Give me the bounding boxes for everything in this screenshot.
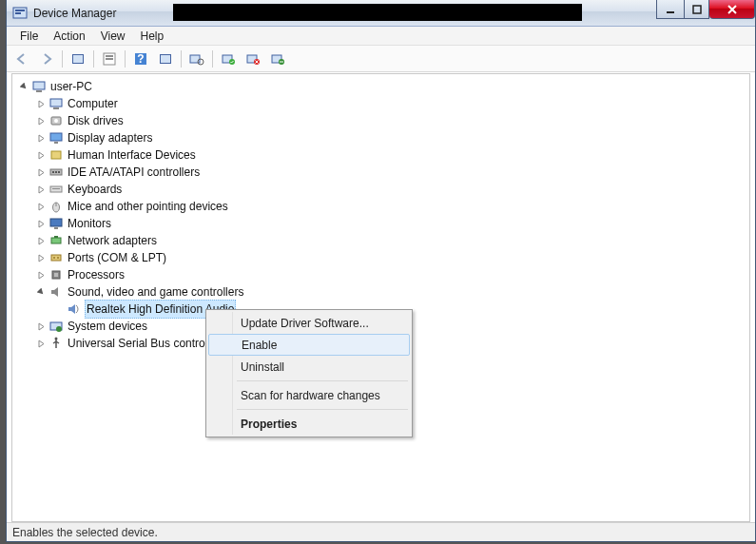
context-uninstall[interactable]: Uninstall xyxy=(208,356,410,378)
tree-category-sound[interactable]: Sound, video and game controllers xyxy=(35,283,749,301)
app-icon xyxy=(12,6,28,21)
tree-category[interactable]: Mice and other pointing devices xyxy=(35,198,749,215)
spacer xyxy=(52,303,64,315)
tree-item-label: Sound, video and game controllers xyxy=(68,283,243,301)
tree-item-label: Monitors xyxy=(68,215,111,232)
menu-help[interactable]: Help xyxy=(133,28,172,45)
tree-item-label: Mice and other pointing devices xyxy=(68,198,228,215)
svg-rect-38 xyxy=(54,236,58,238)
tree-category[interactable]: Monitors xyxy=(35,215,749,232)
action-button[interactable] xyxy=(154,49,177,69)
disable-button[interactable] xyxy=(242,49,264,69)
svg-rect-43 xyxy=(54,273,58,277)
keyboard-icon xyxy=(48,182,64,197)
menu-view[interactable]: View xyxy=(93,28,133,45)
svg-rect-30 xyxy=(58,171,60,173)
svg-rect-20 xyxy=(50,99,62,107)
svg-rect-35 xyxy=(50,219,62,226)
svg-rect-7 xyxy=(106,58,113,60)
enable-button[interactable] xyxy=(217,49,240,69)
collapse-arrow-icon[interactable] xyxy=(35,286,47,298)
context-update-driver[interactable]: Update Driver Software... xyxy=(208,312,410,334)
hid-icon xyxy=(48,147,64,163)
context-separator xyxy=(237,380,408,381)
mouse-icon xyxy=(48,199,64,214)
tree-category[interactable]: Computer xyxy=(35,95,749,112)
tree-root-label: user-PC xyxy=(50,78,92,95)
svg-rect-37 xyxy=(51,238,61,243)
svg-rect-2 xyxy=(15,12,21,14)
maximize-button[interactable] xyxy=(685,0,709,19)
svg-rect-3 xyxy=(667,11,674,13)
expand-arrow-icon[interactable] xyxy=(35,338,47,349)
tree-root[interactable]: user-PC xyxy=(18,78,749,95)
properties-button[interactable] xyxy=(98,49,121,69)
show-hide-console-tree-button[interactable] xyxy=(67,49,89,69)
scan-hardware-button[interactable] xyxy=(185,49,208,69)
expand-arrow-icon[interactable] xyxy=(35,201,47,212)
svg-rect-28 xyxy=(52,171,54,173)
window-title: Device Manager xyxy=(33,7,116,20)
collapse-arrow-icon[interactable] xyxy=(18,81,29,92)
svg-rect-19 xyxy=(36,90,42,92)
close-button[interactable] xyxy=(709,0,755,19)
uninstall-button[interactable] xyxy=(266,49,289,69)
svg-point-46 xyxy=(55,338,58,340)
sound-icon xyxy=(48,284,64,300)
svg-point-45 xyxy=(56,326,62,332)
menu-bar: File Action View Help xyxy=(7,27,755,46)
tree-category[interactable]: Display adapters xyxy=(35,129,749,146)
context-enable[interactable]: Enable xyxy=(208,334,410,356)
expand-arrow-icon[interactable] xyxy=(35,321,47,332)
forward-button[interactable] xyxy=(35,49,58,69)
system-icon xyxy=(48,319,64,334)
expand-arrow-icon[interactable] xyxy=(35,115,47,126)
context-properties[interactable]: Properties xyxy=(208,413,410,435)
expand-arrow-icon[interactable] xyxy=(35,166,47,178)
tree-category[interactable]: Keyboards xyxy=(35,181,749,198)
menu-file[interactable]: File xyxy=(12,28,46,45)
expand-arrow-icon[interactable] xyxy=(35,98,47,109)
tree-category[interactable]: Human Interface Devices xyxy=(35,146,749,164)
expand-arrow-icon[interactable] xyxy=(35,149,47,161)
tree-item-label: Human Interface Devices xyxy=(68,146,196,164)
svg-point-23 xyxy=(54,119,58,123)
menu-action[interactable]: Action xyxy=(46,28,92,45)
tree-item-label: Keyboards xyxy=(68,181,122,198)
svg-rect-26 xyxy=(51,151,61,159)
tree-category[interactable]: IDE ATA/ATAPI controllers xyxy=(35,164,749,181)
sound-device-icon xyxy=(66,301,81,317)
minimize-button[interactable] xyxy=(656,0,685,19)
tree-category[interactable]: Disk drives xyxy=(35,112,749,129)
cpu-icon xyxy=(48,267,64,282)
help-button[interactable]: ? xyxy=(129,49,152,69)
expand-arrow-icon[interactable] xyxy=(35,132,47,144)
computer-icon xyxy=(48,96,64,111)
status-bar: Enables the selected device. xyxy=(7,522,755,541)
expand-arrow-icon[interactable] xyxy=(35,252,47,263)
svg-rect-39 xyxy=(51,255,61,261)
ide-icon xyxy=(48,165,64,180)
svg-rect-6 xyxy=(106,55,113,57)
redacted-area xyxy=(173,4,582,21)
tree-item-label: Network adapters xyxy=(68,232,157,249)
svg-rect-24 xyxy=(50,133,62,141)
tree-category[interactable]: Network adapters xyxy=(35,232,749,249)
tree-category[interactable]: Processors xyxy=(35,266,749,283)
svg-rect-36 xyxy=(54,227,58,229)
expand-arrow-icon[interactable] xyxy=(35,184,47,195)
back-button[interactable] xyxy=(10,49,33,69)
tree-item-label: System devices xyxy=(68,318,147,335)
expand-arrow-icon[interactable] xyxy=(35,235,47,246)
expand-arrow-icon[interactable] xyxy=(35,218,47,229)
tree-item-label: Universal Serial Bus controllers xyxy=(68,335,226,352)
port-icon xyxy=(48,250,64,265)
svg-rect-18 xyxy=(33,82,45,89)
context-menu: Update Driver Software... Enable Uninsta… xyxy=(205,309,413,437)
tree-item-label: Computer xyxy=(68,95,118,112)
expand-arrow-icon[interactable] xyxy=(35,269,47,281)
svg-rect-29 xyxy=(55,171,57,173)
context-scan-hardware[interactable]: Scan for hardware changes xyxy=(208,384,410,406)
device-tree-pane[interactable]: user-PC ComputerDisk drivesDisplay adapt… xyxy=(11,73,750,522)
tree-category[interactable]: Ports (COM & LPT) xyxy=(35,249,749,266)
